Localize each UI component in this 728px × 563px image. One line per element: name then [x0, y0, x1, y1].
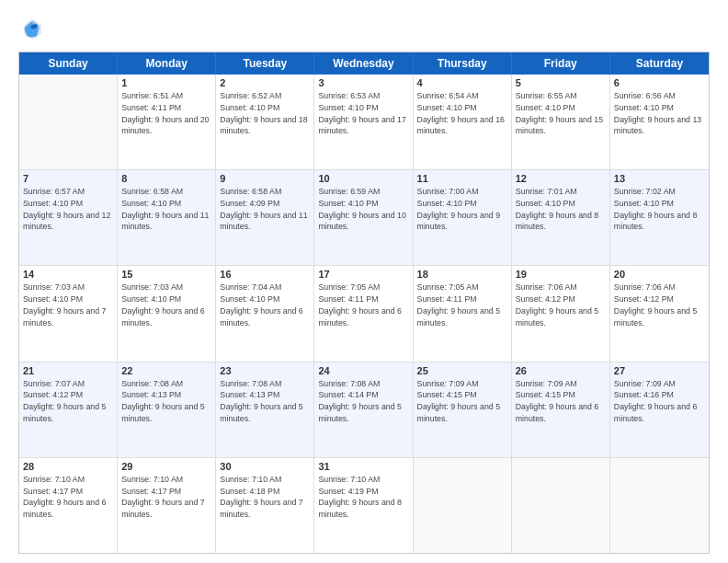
calendar-cell-5-6 — [512, 458, 610, 553]
sun-info: Sunrise: 7:09 AMSunset: 4:15 PMDaylight:… — [417, 378, 507, 425]
sun-info: Sunrise: 7:00 AMSunset: 4:10 PMDaylight:… — [417, 186, 507, 233]
sun-info: Sunrise: 7:06 AMSunset: 4:12 PMDaylight:… — [516, 282, 606, 328]
calendar-cell-1-2: 1Sunrise: 6:51 AMSunset: 4:11 PMDaylight… — [118, 75, 216, 169]
calendar-week-2: 7Sunrise: 6:57 AMSunset: 4:10 PMDaylight… — [19, 170, 709, 266]
sun-info: Sunrise: 7:10 AMSunset: 4:17 PMDaylight:… — [23, 474, 113, 521]
calendar-cell-3-3: 16Sunrise: 7:04 AMSunset: 4:10 PMDayligh… — [216, 266, 314, 361]
sun-info: Sunrise: 7:04 AMSunset: 4:10 PMDaylight:… — [220, 282, 310, 328]
day-number: 7 — [23, 173, 113, 184]
day-number: 12 — [516, 173, 606, 184]
day-number: 22 — [121, 365, 211, 376]
day-number: 5 — [516, 77, 606, 88]
sun-info: Sunrise: 7:02 AMSunset: 4:10 PMDaylight:… — [614, 186, 705, 233]
day-number: 16 — [220, 269, 310, 280]
weekday-header-sunday: Sunday — [19, 52, 118, 75]
day-number: 27 — [614, 365, 705, 376]
calendar-week-5: 28Sunrise: 7:10 AMSunset: 4:17 PMDayligh… — [19, 458, 709, 553]
sun-info: Sunrise: 6:53 AMSunset: 4:10 PMDaylight:… — [318, 90, 408, 137]
sun-info: Sunrise: 7:06 AMSunset: 4:12 PMDaylight:… — [614, 282, 705, 328]
day-number: 10 — [318, 173, 408, 184]
calendar-cell-4-3: 23Sunrise: 7:08 AMSunset: 4:13 PMDayligh… — [216, 362, 314, 457]
day-number: 6 — [614, 77, 705, 88]
sun-info: Sunrise: 6:54 AMSunset: 4:10 PMDaylight:… — [417, 90, 507, 137]
calendar-week-1: 1Sunrise: 6:51 AMSunset: 4:11 PMDaylight… — [19, 75, 709, 170]
calendar-cell-5-1: 28Sunrise: 7:10 AMSunset: 4:17 PMDayligh… — [19, 458, 118, 553]
sun-info: Sunrise: 7:10 AMSunset: 4:18 PMDaylight:… — [220, 474, 310, 521]
day-number: 18 — [417, 269, 507, 280]
sun-info: Sunrise: 7:10 AMSunset: 4:17 PMDaylight:… — [121, 474, 211, 521]
sun-info: Sunrise: 7:05 AMSunset: 4:11 PMDaylight:… — [318, 282, 408, 328]
sun-info: Sunrise: 7:10 AMSunset: 4:19 PMDaylight:… — [318, 474, 408, 521]
sun-info: Sunrise: 7:09 AMSunset: 4:16 PMDaylight:… — [614, 378, 705, 425]
calendar-cell-4-7: 27Sunrise: 7:09 AMSunset: 4:16 PMDayligh… — [610, 362, 709, 457]
calendar-cell-1-1 — [19, 75, 118, 169]
weekday-header-friday: Friday — [512, 52, 610, 75]
calendar-cell-1-6: 5Sunrise: 6:55 AMSunset: 4:10 PMDaylight… — [512, 75, 610, 169]
day-number: 8 — [121, 173, 211, 184]
day-number: 28 — [23, 461, 113, 472]
calendar-week-4: 21Sunrise: 7:07 AMSunset: 4:12 PMDayligh… — [19, 362, 709, 458]
sun-info: Sunrise: 6:56 AMSunset: 4:10 PMDaylight:… — [614, 90, 705, 137]
calendar-cell-2-1: 7Sunrise: 6:57 AMSunset: 4:10 PMDaylight… — [19, 170, 118, 265]
calendar-cell-1-7: 6Sunrise: 6:56 AMSunset: 4:10 PMDaylight… — [610, 75, 709, 169]
sun-info: Sunrise: 6:51 AMSunset: 4:11 PMDaylight:… — [121, 90, 211, 137]
page: SundayMondayTuesdayWednesdayThursdayFrid… — [0, 0, 728, 563]
day-number: 24 — [318, 365, 408, 376]
sun-info: Sunrise: 6:52 AMSunset: 4:10 PMDaylight:… — [220, 90, 310, 137]
calendar-cell-5-7 — [610, 458, 709, 553]
calendar-header: SundayMondayTuesdayWednesdayThursdayFrid… — [19, 52, 709, 75]
calendar-cell-2-7: 13Sunrise: 7:02 AMSunset: 4:10 PMDayligh… — [610, 170, 709, 265]
calendar-cell-5-2: 29Sunrise: 7:10 AMSunset: 4:17 PMDayligh… — [118, 458, 216, 553]
calendar-cell-5-5 — [414, 458, 512, 553]
calendar-cell-1-3: 2Sunrise: 6:52 AMSunset: 4:10 PMDaylight… — [216, 75, 314, 169]
weekday-header-wednesday: Wednesday — [314, 52, 413, 75]
day-number: 15 — [121, 269, 211, 280]
calendar-cell-4-1: 21Sunrise: 7:07 AMSunset: 4:12 PMDayligh… — [19, 362, 118, 457]
day-number: 21 — [23, 365, 113, 376]
day-number: 26 — [516, 365, 606, 376]
day-number: 9 — [220, 173, 310, 184]
sun-info: Sunrise: 7:08 AMSunset: 4:13 PMDaylight:… — [220, 378, 310, 425]
weekday-header-saturday: Saturday — [610, 52, 709, 75]
day-number: 20 — [614, 269, 705, 280]
sun-info: Sunrise: 7:07 AMSunset: 4:12 PMDaylight:… — [23, 378, 113, 425]
calendar-cell-3-1: 14Sunrise: 7:03 AMSunset: 4:10 PMDayligh… — [19, 266, 118, 361]
weekday-header-tuesday: Tuesday — [216, 52, 314, 75]
calendar-cell-2-6: 12Sunrise: 7:01 AMSunset: 4:10 PMDayligh… — [512, 170, 610, 265]
sun-info: Sunrise: 7:01 AMSunset: 4:10 PMDaylight:… — [516, 186, 606, 233]
day-number: 11 — [417, 173, 507, 184]
sun-info: Sunrise: 7:03 AMSunset: 4:10 PMDaylight:… — [23, 282, 113, 328]
day-number: 13 — [614, 173, 705, 184]
day-number: 31 — [318, 461, 408, 472]
day-number: 1 — [121, 77, 211, 88]
calendar-cell-2-5: 11Sunrise: 7:00 AMSunset: 4:10 PMDayligh… — [414, 170, 512, 265]
weekday-header-thursday: Thursday — [414, 52, 512, 75]
day-number: 4 — [417, 77, 507, 88]
day-number: 2 — [220, 77, 310, 88]
calendar-cell-4-5: 25Sunrise: 7:09 AMSunset: 4:15 PMDayligh… — [414, 362, 512, 457]
calendar: SundayMondayTuesdayWednesdayThursdayFrid… — [18, 52, 710, 554]
day-number: 30 — [220, 461, 310, 472]
sun-info: Sunrise: 6:59 AMSunset: 4:10 PMDaylight:… — [318, 186, 408, 233]
calendar-week-3: 14Sunrise: 7:03 AMSunset: 4:10 PMDayligh… — [19, 266, 709, 362]
weekday-header-monday: Monday — [118, 52, 216, 75]
calendar-cell-2-2: 8Sunrise: 6:58 AMSunset: 4:10 PMDaylight… — [118, 170, 216, 265]
calendar-cell-4-2: 22Sunrise: 7:08 AMSunset: 4:13 PMDayligh… — [118, 362, 216, 457]
sun-info: Sunrise: 6:58 AMSunset: 4:09 PMDaylight:… — [220, 186, 310, 233]
day-number: 25 — [417, 365, 507, 376]
calendar-cell-3-7: 20Sunrise: 7:06 AMSunset: 4:12 PMDayligh… — [610, 266, 709, 361]
day-number: 29 — [121, 461, 211, 472]
calendar-cell-3-6: 19Sunrise: 7:06 AMSunset: 4:12 PMDayligh… — [512, 266, 610, 361]
day-number: 14 — [23, 269, 113, 280]
calendar-cell-5-4: 31Sunrise: 7:10 AMSunset: 4:19 PMDayligh… — [314, 458, 413, 553]
calendar-body: 1Sunrise: 6:51 AMSunset: 4:11 PMDaylight… — [19, 75, 709, 553]
sun-info: Sunrise: 7:09 AMSunset: 4:15 PMDaylight:… — [516, 378, 606, 425]
calendar-cell-1-5: 4Sunrise: 6:54 AMSunset: 4:10 PMDaylight… — [414, 75, 512, 169]
day-number: 3 — [318, 77, 408, 88]
day-number: 17 — [318, 269, 408, 280]
sun-info: Sunrise: 6:57 AMSunset: 4:10 PMDaylight:… — [23, 186, 113, 233]
logo-icon — [18, 17, 44, 42]
calendar-cell-4-4: 24Sunrise: 7:08 AMSunset: 4:14 PMDayligh… — [314, 362, 413, 457]
calendar-cell-3-4: 17Sunrise: 7:05 AMSunset: 4:11 PMDayligh… — [314, 266, 413, 361]
calendar-cell-2-4: 10Sunrise: 6:59 AMSunset: 4:10 PMDayligh… — [314, 170, 413, 265]
